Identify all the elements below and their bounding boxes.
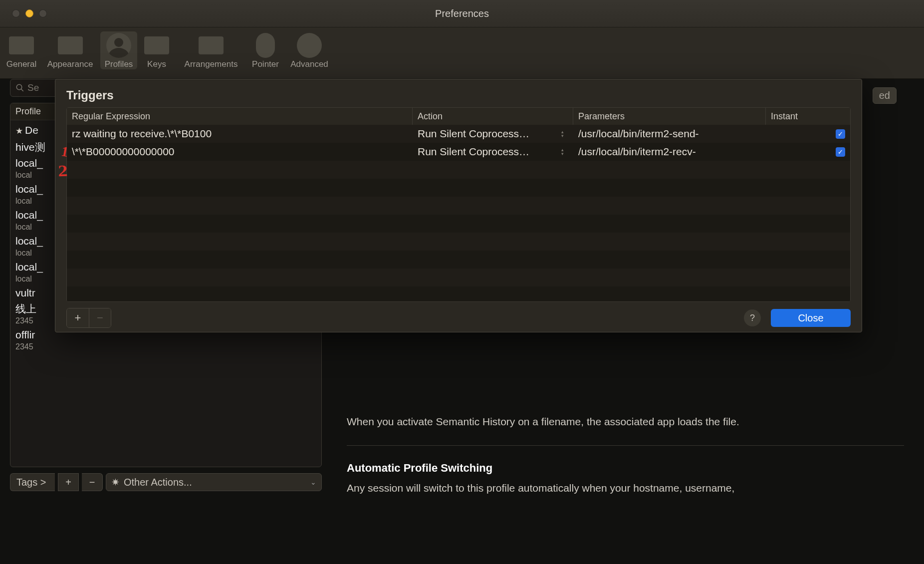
triggers-table: Regular Expression Action Parameters Ins… <box>66 107 851 302</box>
general-icon <box>9 36 34 54</box>
aps-text: Any session will switch to this profile … <box>347 480 904 497</box>
table-row <box>67 215 850 233</box>
profile-name: De <box>25 124 38 136</box>
checkbox-checked-icon: ✓ <box>836 129 845 139</box>
close-window-button[interactable] <box>12 9 20 17</box>
table-row <box>67 179 850 197</box>
tab-pointer[interactable]: Pointer <box>247 31 284 69</box>
cell-instant[interactable]: ✓ <box>766 125 850 143</box>
cell-parameters[interactable]: /usr/local/bin/iterm2-send- <box>573 125 766 143</box>
appearance-icon <box>58 36 83 54</box>
col-regex[interactable]: Regular Expression <box>67 108 413 125</box>
profile-name: local_ <box>15 183 43 195</box>
cell-action[interactable]: Run Silent Coprocess…▴▾ <box>413 125 573 143</box>
remove-trigger-button[interactable]: − <box>89 308 111 327</box>
add-remove-segment: + − <box>66 308 111 328</box>
tags-button[interactable]: Tags > <box>10 473 55 491</box>
tab-keys[interactable]: Keys <box>138 31 175 69</box>
tab-label: Appearance <box>47 59 93 69</box>
profile-name: offlir <box>15 329 35 340</box>
tab-arrangements[interactable]: Arrangements <box>176 31 246 69</box>
dialog-footer: + − ? Close <box>66 308 851 328</box>
cell-regex[interactable]: rz waiting to receive.\*\*B0100 <box>67 125 413 143</box>
chevron-down-icon: ⌄ <box>310 478 316 486</box>
tab-advanced[interactable]: Advanced <box>285 31 334 69</box>
arrangements-icon <box>199 36 224 54</box>
search-icon <box>15 83 24 92</box>
cell-parameters[interactable]: /usr/local/bin/iterm2-recv- <box>573 143 766 161</box>
profile-name: local_ <box>15 157 43 169</box>
table-row[interactable]: rz waiting to receive.\*\*B0100Run Silen… <box>67 125 850 143</box>
divider <box>347 445 904 446</box>
table-row <box>67 233 850 251</box>
table-header: Regular Expression Action Parameters Ins… <box>67 108 850 125</box>
dialog-title: Triggers <box>66 88 851 102</box>
profile-name: 线上 <box>15 303 36 314</box>
zoom-window-button[interactable] <box>39 9 47 17</box>
cell-instant[interactable]: ✓ <box>766 143 850 161</box>
profile-name: hive测 <box>15 141 45 153</box>
add-trigger-button[interactable]: + <box>67 308 89 327</box>
gear-icon: ✷ <box>111 476 120 488</box>
preferences-window: Preferences General Appearance Profiles … <box>0 0 924 564</box>
stepper-icon: ▴▾ <box>561 128 568 139</box>
tab-label: Keys <box>147 59 166 69</box>
table-row <box>67 251 850 269</box>
tab-label: General <box>6 59 36 69</box>
stepper-icon: ▴▾ <box>561 146 568 157</box>
preferences-toolbar: General Appearance Profiles Keys Arrange… <box>0 27 924 79</box>
table-row <box>67 269 850 286</box>
table-row <box>67 286 850 302</box>
other-actions-label: Other Actions... <box>124 477 192 488</box>
tags-label: Tags > <box>16 477 46 488</box>
checkbox-checked-icon: ✓ <box>836 147 845 157</box>
profile-tag: 2345 <box>15 342 316 352</box>
profile-name: local_ <box>15 235 43 247</box>
tab-profiles[interactable]: Profiles <box>100 31 137 69</box>
col-parameters[interactable]: Parameters <box>573 108 766 125</box>
svg-point-0 <box>16 84 22 90</box>
profile-name: local_ <box>15 261 43 273</box>
aps-title: Automatic Profile Switching <box>347 460 904 477</box>
semantic-history-hint: When you activate Semantic History on a … <box>347 413 904 430</box>
tab-label: Arrangements <box>185 59 238 69</box>
profile-name: vultr <box>15 287 35 298</box>
profile-name: local_ <box>15 209 43 221</box>
other-actions-button[interactable]: ✷ Other Actions... ⌄ <box>106 473 322 491</box>
table-row <box>67 197 850 215</box>
search-placeholder: Se <box>27 82 39 93</box>
gear-icon <box>297 33 322 58</box>
profiles-icon <box>106 33 131 58</box>
cell-action[interactable]: Run Silent Coprocess…▴▾ <box>413 143 573 161</box>
close-button[interactable]: Close <box>771 309 851 327</box>
table-row[interactable]: \*\*B00000000000000Run Silent Coprocess…… <box>67 143 850 161</box>
minimize-window-button[interactable] <box>25 9 33 17</box>
titlebar: Preferences <box>0 0 924 27</box>
window-title: Preferences <box>0 8 924 19</box>
cell-regex[interactable]: \*\*B00000000000000 <box>67 143 413 161</box>
tab-label: Pointer <box>252 59 279 69</box>
remove-profile-button[interactable]: − <box>82 473 103 491</box>
window-controls <box>0 9 47 17</box>
add-profile-button[interactable]: + <box>58 473 79 491</box>
tab-label: Advanced <box>290 59 328 69</box>
svg-line-1 <box>21 89 23 91</box>
col-instant[interactable]: Instant <box>766 108 850 125</box>
sidebar-footer: Tags > + − ✷ Other Actions... ⌄ <box>10 473 322 491</box>
col-action[interactable]: Action <box>413 108 573 125</box>
table-row <box>67 161 850 179</box>
pointer-icon <box>256 33 275 58</box>
keys-icon <box>144 36 169 54</box>
help-button[interactable]: ? <box>744 309 761 326</box>
triggers-dialog: Triggers Regular Expression Action Param… <box>55 79 862 332</box>
tab-general[interactable]: General <box>3 31 40 69</box>
tab-label: Profiles <box>105 59 133 69</box>
tab-appearance[interactable]: Appearance <box>41 31 99 69</box>
